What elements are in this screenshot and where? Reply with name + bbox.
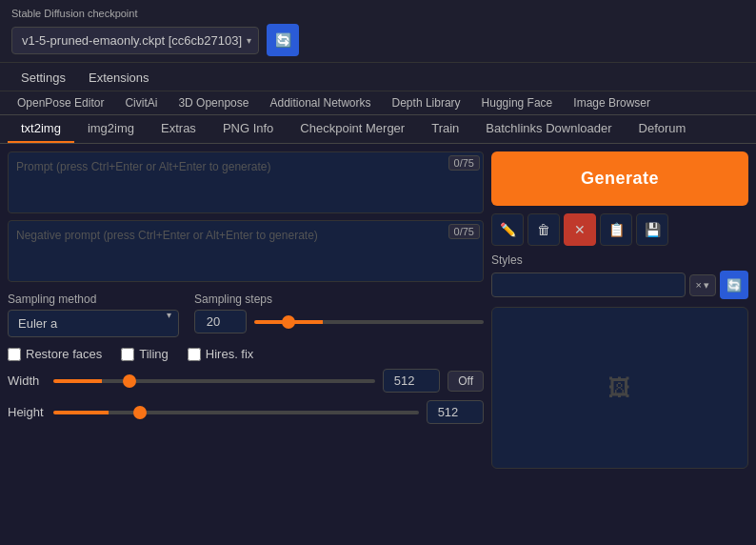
red-x-icon: ✕	[574, 222, 586, 237]
height-label: Height	[8, 405, 46, 419]
prompt-container: 0/75	[8, 151, 484, 216]
negative-token-count: 0/75	[448, 224, 480, 239]
negative-prompt-container: 0/75	[8, 220, 484, 285]
nav-tab-civitai[interactable]: CivitAi	[115, 91, 167, 114]
tab-txt2img[interactable]: txt2img	[8, 115, 74, 143]
styles-select[interactable]	[491, 272, 686, 297]
height-slider[interactable]	[53, 411, 419, 414]
nav-tab-depth-library[interactable]: Depth Library	[383, 91, 470, 114]
restore-faces-checkbox[interactable]: Restore faces	[8, 347, 102, 361]
sampling-steps-label: Sampling steps	[194, 293, 484, 306]
nav-tab-hugging-face[interactable]: Hugging Face	[472, 91, 563, 114]
styles-clear-button[interactable]: × ▾	[689, 274, 716, 296]
sampling-method-section: Sampling method Euler a ▾	[8, 293, 179, 337]
width-row: Width Off	[8, 369, 484, 393]
width-label: Width	[8, 373, 46, 388]
method-select-wrapper: Euler a ▾	[8, 310, 179, 337]
save-icon: 💾	[645, 222, 661, 237]
checkpoint-row: v1-5-pruned-emaonly.ckpt [cc6cb27103] ▾ …	[11, 24, 745, 56]
nav-tab-openpose-editor[interactable]: OpenPose Editor	[8, 91, 113, 114]
nav-tab-3d-openpose[interactable]: 3D Openpose	[169, 91, 258, 114]
prompt-token-count: 0/75	[448, 155, 480, 171]
tiling-label: Tiling	[139, 347, 169, 361]
tab-img2img[interactable]: img2img	[74, 115, 148, 143]
sampling-section: Sampling method Euler a ▾ Sampling steps	[8, 293, 484, 337]
x-icon: ×	[696, 279, 702, 291]
trash-icon: 🗑	[537, 222, 550, 237]
options-row: Restore faces Tiling Hires. fix	[8, 347, 484, 361]
tab-batchlinks-downloader[interactable]: Batchlinks Downloader	[472, 115, 625, 143]
prompt-input[interactable]	[8, 151, 484, 213]
settings-tab[interactable]: Settings	[11, 67, 75, 91]
styles-input-row: × ▾ 🔄	[491, 271, 748, 299]
clipboard-button[interactable]: 📋	[600, 213, 632, 246]
steps-input[interactable]	[194, 310, 247, 333]
tiling-checkbox[interactable]: Tiling	[121, 347, 169, 361]
action-row: ✏️ 🗑 ✕ 📋 💾	[491, 213, 748, 246]
sampling-method-label: Sampling method	[8, 293, 179, 306]
clipboard-icon: 📋	[608, 222, 625, 237]
width-input[interactable]	[383, 369, 440, 393]
sampling-method-select[interactable]: Euler a	[8, 310, 179, 337]
steps-slider[interactable]	[254, 320, 484, 324]
nav-tab-image-browser[interactable]: Image Browser	[564, 91, 660, 114]
tab-png-info[interactable]: PNG Info	[209, 115, 287, 143]
styles-label: Styles	[491, 253, 748, 267]
restore-faces-input[interactable]	[8, 348, 21, 361]
preview-placeholder-icon: 🖼	[608, 374, 631, 401]
pencil-icon: ✏️	[500, 222, 516, 237]
content-area: 0/75 0/75 Sampling method Euler a ▾ Samp…	[0, 144, 756, 476]
left-panel: 0/75 0/75 Sampling method Euler a ▾ Samp…	[8, 151, 484, 469]
save-button[interactable]: 💾	[636, 213, 668, 246]
right-panel: Generate ✏️ 🗑 ✕ 📋 💾 Styles	[491, 151, 748, 469]
restore-faces-label: Restore faces	[26, 347, 102, 361]
width-slider[interactable]	[53, 379, 375, 383]
nav-tabs: OpenPose Editor CivitAi 3D Openpose Addi…	[0, 91, 756, 115]
nav-tab-additional-networks[interactable]: Additional Networks	[260, 91, 380, 114]
pencil-button[interactable]: ✏️	[491, 213, 524, 246]
sampling-steps-section: Sampling steps	[194, 293, 484, 333]
height-input[interactable]	[427, 400, 484, 424]
settings-tabs: Settings Extensions	[0, 63, 756, 91]
styles-refresh-icon: 🔄	[726, 278, 742, 293]
checkpoint-select[interactable]: v1-5-pruned-emaonly.ckpt [cc6cb27103]	[11, 27, 259, 54]
hires-fix-label: Hires. fix	[206, 347, 254, 361]
red-x-button[interactable]: ✕	[564, 213, 596, 246]
styles-dropdown-arrow-icon: ▾	[704, 279, 709, 292]
generate-button[interactable]: Generate	[491, 151, 748, 206]
styles-section: Styles × ▾ 🔄	[491, 253, 748, 299]
checkpoint-label: Stable Diffusion checkpoint	[11, 8, 745, 19]
height-row: Height	[8, 400, 484, 424]
hires-fix-input[interactable]	[188, 348, 201, 361]
hires-fix-checkbox[interactable]: Hires. fix	[188, 347, 254, 361]
tiling-input[interactable]	[121, 348, 134, 361]
main-tabs: txt2img img2img Extras PNG Info Checkpoi…	[0, 115, 756, 144]
tab-extras[interactable]: Extras	[148, 115, 209, 143]
negative-prompt-input[interactable]	[8, 220, 484, 282]
styles-refresh-button[interactable]: 🔄	[720, 271, 748, 299]
checkpoint-refresh-button[interactable]: 🔄	[267, 24, 299, 56]
top-bar: Stable Diffusion checkpoint v1-5-pruned-…	[0, 0, 756, 63]
preview-area: 🖼	[491, 307, 748, 469]
steps-row	[194, 310, 484, 333]
width-off-button[interactable]: Off	[448, 371, 484, 392]
tab-checkpoint-merger[interactable]: Checkpoint Merger	[287, 115, 418, 143]
checkpoint-select-wrapper: v1-5-pruned-emaonly.ckpt [cc6cb27103] ▾	[11, 27, 259, 54]
extensions-tab[interactable]: Extensions	[79, 67, 159, 91]
tab-deforum[interactable]: Deforum	[626, 115, 700, 143]
tab-train[interactable]: Train	[418, 115, 472, 143]
trash-button[interactable]: 🗑	[527, 213, 560, 246]
